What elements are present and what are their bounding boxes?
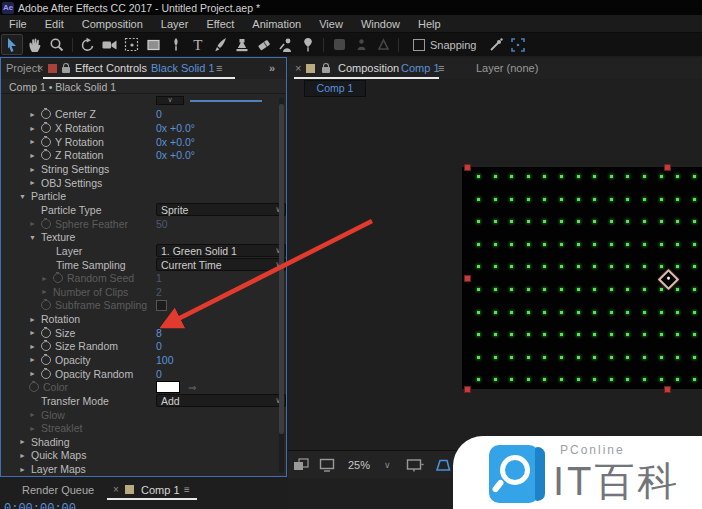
stopwatch-icon[interactable] <box>41 369 51 379</box>
stopwatch-icon[interactable] <box>41 137 51 147</box>
color-swatch[interactable] <box>156 381 180 393</box>
stopwatch-icon[interactable] <box>41 123 51 133</box>
property-value[interactable]: 0x +0.0° <box>156 122 195 134</box>
disclosure-triangle-icon[interactable]: ► <box>41 275 53 282</box>
project-tab-close-icon[interactable]: × <box>37 62 43 74</box>
disclosure-triangle-icon[interactable]: ► <box>19 466 31 473</box>
disclosure-triangle-icon[interactable]: ▼ <box>19 193 31 200</box>
menu-item-layer[interactable]: Layer <box>152 18 198 30</box>
property-dropdown[interactable]: Sprite∨ <box>156 203 286 216</box>
timeline-timecode[interactable]: 0:00:00:00 <box>4 502 76 509</box>
tab-project[interactable]: Project <box>6 62 40 74</box>
stopwatch-icon[interactable] <box>29 382 39 392</box>
tab-comp-1[interactable]: Comp 1 <box>141 484 180 496</box>
disclosure-triangle-icon[interactable]: ► <box>19 452 31 459</box>
stopwatch-icon[interactable] <box>41 219 51 229</box>
roto-brush-tool-button[interactable] <box>276 35 296 54</box>
monitor-icon[interactable] <box>319 458 335 472</box>
camera-tool-button[interactable] <box>100 35 120 54</box>
menu-item-help[interactable]: Help <box>409 18 450 30</box>
marquee-corners-icon[interactable] <box>508 35 528 54</box>
stopwatch-icon[interactable] <box>41 341 51 351</box>
comp-viewer-breadcrumb[interactable]: Comp 1 <box>304 80 366 97</box>
property-value[interactable]: 0x +0.0° <box>156 149 195 161</box>
tab-effect-controls[interactable]: Effect Controls <box>75 62 147 74</box>
disclosure-triangle-icon[interactable]: ► <box>41 288 53 295</box>
selection-tool-button[interactable] <box>1 34 23 55</box>
disclosure-triangle-icon[interactable]: ► <box>29 316 41 323</box>
brush-tool-button[interactable] <box>210 35 230 54</box>
menu-item-file[interactable]: File <box>0 18 36 30</box>
region-of-interest-icon[interactable] <box>406 458 424 472</box>
pen-tool-button[interactable] <box>166 35 186 54</box>
layer-handle[interactable] <box>664 164 671 171</box>
disclosure-triangle-icon[interactable]: ► <box>29 152 41 159</box>
lock-icon[interactable] <box>322 67 330 73</box>
disclosure-triangle-icon[interactable]: ► <box>29 329 41 336</box>
transparency-grid-icon[interactable] <box>434 458 452 472</box>
snapping-checkbox[interactable] <box>413 39 425 51</box>
tab-overflow-icon[interactable]: » <box>269 62 275 74</box>
disclosure-triangle-icon[interactable]: ► <box>29 356 41 363</box>
stopwatch-icon[interactable] <box>41 300 51 310</box>
composition-viewer[interactable] <box>288 97 702 450</box>
disclosure-triangle-icon[interactable]: ► <box>29 411 41 418</box>
timeline-panel-menu-icon[interactable]: ≡ <box>184 484 190 495</box>
stopwatch-icon[interactable] <box>41 355 51 365</box>
black-solid-layer[interactable] <box>462 167 702 389</box>
stamp-tool-button[interactable] <box>232 35 252 54</box>
property-dropdown[interactable]: 1. Green Solid 1∨ <box>156 244 286 257</box>
disclosure-triangle-icon[interactable]: ► <box>29 343 41 350</box>
disclosure-triangle-icon[interactable]: ► <box>29 220 41 227</box>
menu-item-view[interactable]: View <box>310 18 352 30</box>
property-dropdown[interactable]: Current Time∨ <box>156 258 286 271</box>
menu-item-edit[interactable]: Edit <box>36 18 73 30</box>
type-tool-button[interactable]: T <box>188 35 208 54</box>
disclosure-triangle-icon[interactable]: ▼ <box>29 234 41 241</box>
menu-item-window[interactable]: Window <box>352 18 409 30</box>
panel-menu-icon[interactable]: ≡ <box>438 62 444 74</box>
stopwatch-icon[interactable] <box>41 109 51 119</box>
layer-handle[interactable] <box>464 164 471 171</box>
property-value[interactable]: 2 <box>156 286 162 298</box>
disclosure-triangle-icon[interactable]: ► <box>29 111 41 118</box>
puppet-pin-tool-button[interactable] <box>298 35 318 54</box>
property-value[interactable]: 0 <box>156 368 162 380</box>
anchor-point-handle[interactable] <box>658 269 679 290</box>
property-value[interactable]: 8 <box>156 327 162 339</box>
disclosure-triangle-icon[interactable]: ► <box>19 438 31 445</box>
disclosure-triangle-icon[interactable]: ► <box>29 370 41 377</box>
property-value[interactable]: 1 <box>156 272 162 284</box>
property-value[interactable]: 50 <box>156 218 168 230</box>
property-value[interactable]: 0 <box>156 340 162 352</box>
menu-item-effect[interactable]: Effect <box>197 18 243 30</box>
tab-layer-none[interactable]: Layer (none) <box>476 62 538 74</box>
pan-behind-tool-button[interactable] <box>122 35 142 54</box>
stopwatch-icon[interactable] <box>41 328 51 338</box>
composition-tab-close-icon[interactable]: × <box>295 62 301 74</box>
layer-handle[interactable] <box>464 386 471 393</box>
view-layout-icon[interactable] <box>293 458 309 472</box>
disclosure-triangle-icon[interactable]: ► <box>29 125 41 132</box>
menu-item-composition[interactable]: Composition <box>73 18 152 30</box>
tab-render-queue[interactable]: Render Queue <box>22 484 94 496</box>
tab-composition[interactable]: Composition <box>338 62 399 74</box>
disclosure-triangle-icon[interactable]: ► <box>29 138 41 145</box>
property-value[interactable]: 0x +0.0° <box>156 136 195 148</box>
lock-icon[interactable] <box>62 67 70 73</box>
rotation-tool-button[interactable] <box>78 35 98 54</box>
disclosure-triangle-icon[interactable]: ► <box>29 425 41 432</box>
layer-handle[interactable] <box>664 386 671 393</box>
layer-handle[interactable] <box>464 275 471 282</box>
property-dropdown[interactable]: Add∨ <box>156 394 286 407</box>
property-checkbox[interactable] <box>156 300 167 311</box>
zoom-chevron-icon[interactable]: ∨ <box>384 460 391 470</box>
property-value[interactable]: 100 <box>156 354 174 366</box>
menu-item-animation[interactable]: Animation <box>243 18 310 30</box>
shape-tool-button[interactable] <box>144 35 164 54</box>
stopwatch-icon[interactable] <box>41 150 51 160</box>
comp-tab-close-icon[interactable]: × <box>113 484 119 495</box>
zoom-level-value[interactable]: 25% <box>348 459 370 471</box>
stopwatch-icon[interactable] <box>53 273 63 283</box>
hand-tool-button[interactable] <box>25 35 45 54</box>
